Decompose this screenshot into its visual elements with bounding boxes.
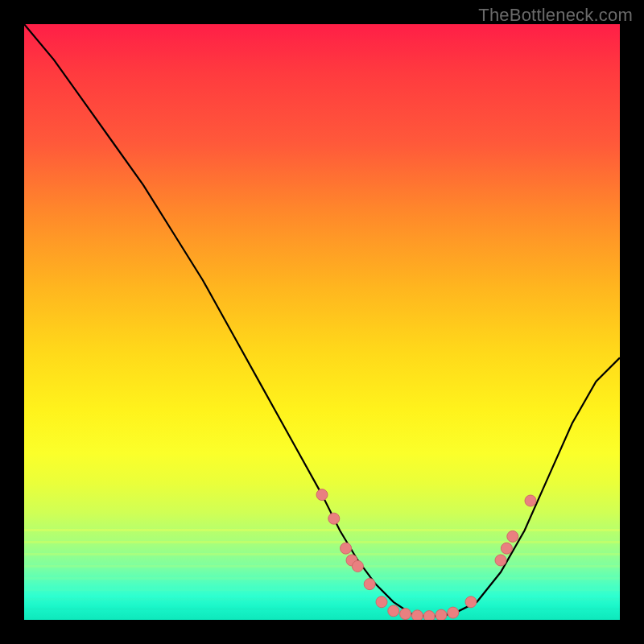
data-marker [411,610,423,620]
plot-area [24,24,620,620]
data-marker [400,609,411,620]
marker-group [316,489,536,620]
data-marker [501,543,512,554]
chart-frame: TheBottleneck.com [0,0,644,644]
data-marker [507,530,518,542]
data-marker [448,607,459,618]
watermark-text: TheBottleneck.com [478,5,633,26]
data-marker [364,579,375,590]
data-marker [376,597,387,608]
data-marker [316,489,328,501]
data-marker [341,543,352,554]
bottleneck-curve [24,24,620,617]
data-marker [525,495,536,506]
data-marker [352,560,363,572]
data-marker [388,605,399,617]
data-marker [328,513,340,524]
data-marker [436,609,447,620]
data-marker [423,611,435,620]
data-marker [465,597,477,608]
data-marker [495,555,506,566]
curve-layer [24,24,620,620]
